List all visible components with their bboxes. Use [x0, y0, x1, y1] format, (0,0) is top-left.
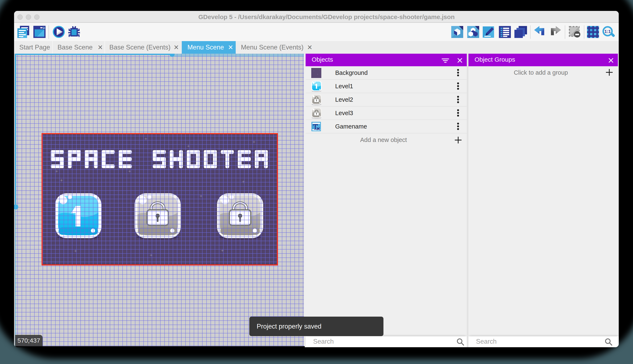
svg-text:1:1: 1:1: [604, 29, 611, 34]
